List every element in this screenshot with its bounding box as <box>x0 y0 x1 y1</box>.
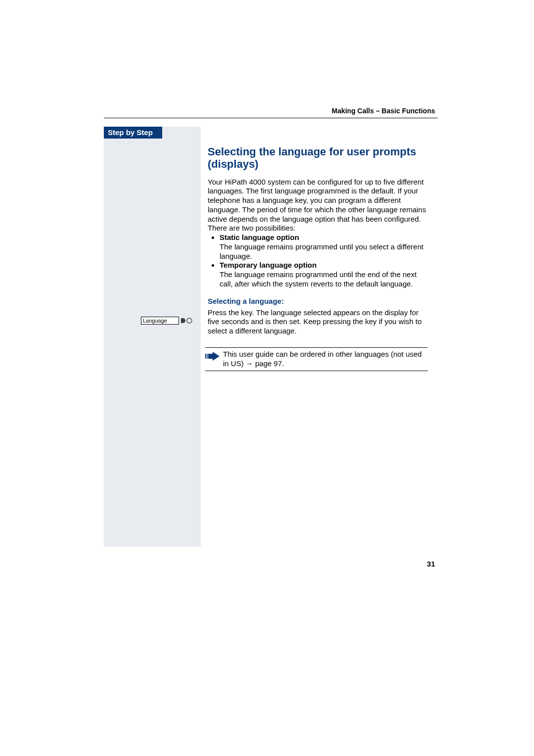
running-header: Making Calls – Basic Functions <box>332 107 435 115</box>
note-text: This user guide can be ordered in other … <box>223 350 428 369</box>
svg-marker-4 <box>213 352 220 361</box>
key-led-icons <box>180 318 192 324</box>
language-key-label: Language <box>141 317 179 325</box>
svg-rect-1 <box>205 354 206 359</box>
option-title: Temporary language option <box>220 261 316 269</box>
language-key-widget: Language <box>141 317 192 325</box>
note-box: This user guide can be ordered in other … <box>205 347 428 371</box>
led-open-icon <box>186 318 192 324</box>
svg-rect-3 <box>208 354 213 359</box>
intro-paragraph: Your HiPath 4000 system can be configure… <box>208 178 430 234</box>
svg-rect-2 <box>207 354 208 359</box>
page-number: 31 <box>427 560 435 568</box>
step-sidebar <box>104 127 201 547</box>
note-arrow-icon <box>205 351 220 362</box>
options-list: Static language option The language rema… <box>208 233 430 289</box>
option-title: Static language option <box>220 233 299 241</box>
option-desc: The language remains programmed until yo… <box>220 242 423 260</box>
section-heading: Selecting the language for user prompts … <box>208 145 430 171</box>
list-item: Static language option The language rema… <box>220 233 430 261</box>
subheading: Selecting a language: <box>208 297 430 305</box>
press-key-paragraph: Press the key. The language selected app… <box>208 308 430 336</box>
option-desc: The language remains programmed until th… <box>220 270 417 288</box>
led-half-icon <box>180 318 185 324</box>
step-by-step-tab: Step by Step <box>104 127 162 139</box>
list-item: Temporary language option The language r… <box>220 261 430 288</box>
header-rule <box>104 118 438 118</box>
